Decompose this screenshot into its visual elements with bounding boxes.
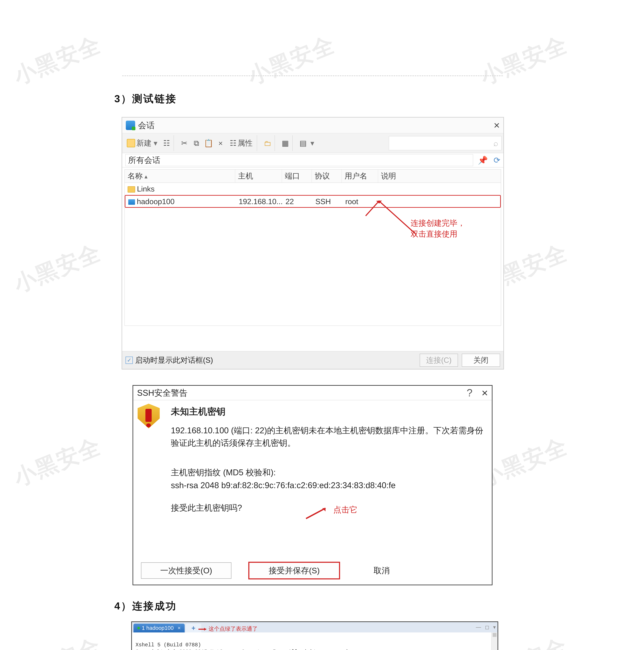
cut-button[interactable]: ✂ [179,135,190,151]
heading-connect-success: 4）连接成功 [114,599,177,613]
shield-warning-icon [138,404,161,430]
close-icon[interactable]: × [494,120,500,131]
heading-test-connection: 3）测试链接 [114,92,177,106]
window-footer: ✓ 启动时显示此对话框(S) 连接(C) 关闭 [122,351,503,369]
view-button-1[interactable]: ▦ [279,135,291,151]
col-host[interactable]: 主机 [235,170,282,183]
view-dropdown[interactable]: ▾ [309,135,315,151]
startup-checkbox-label: 启动时显示此对话框(S) [135,355,213,365]
ssh-warning-dialog: SSH安全警告 ? × 未知主机密钥 192.168.10.100 (端口: 2… [132,385,492,585]
window-controls: — ◻ ▾ [476,624,496,630]
accept-save-button[interactable]: 接受并保存(S) [248,562,340,579]
watermark: 小黑安全 [9,29,106,91]
folder-button[interactable]: 🗀 [262,135,273,151]
callout-text: 连接创建完毕，双击直接使用 [411,218,465,240]
col-protocol[interactable]: 协议 [312,170,342,183]
toolbar-search[interactable]: ⌕ [389,136,502,150]
annotation-arrow [305,506,330,520]
cancel-button[interactable]: 取消 [357,563,406,578]
cell-name: hadoop100 [125,197,236,206]
tab-bar: 1 hadoop100 × + 这个点绿了表示通了 — ◻ ▾ [132,622,498,633]
dialog-title: SSH安全警告 [137,387,188,399]
toolbar: 新建 ▾ ☷ ✂ ⧉ 📋 × ☷ 属性 🗀 ▦ ▤ ▾ ⌕ [122,133,503,153]
annotation-arrow [198,627,208,631]
warning-message: 192.168.10.100 (端口: 22)的主机密钥未在本地主机密钥数据库中… [171,424,484,449]
help-icon[interactable]: ? [467,387,472,399]
toolbar-separator [174,135,177,151]
tab-label: 1 hadoop100 [142,625,174,631]
watermark: 小黑安全 [476,29,572,91]
col-user[interactable]: 用户名 [342,170,378,183]
path-bar: 所有会话 📌 ⟳ [122,153,503,168]
dialog-titlebar: SSH安全警告 ? × [133,386,492,400]
startup-checkbox[interactable]: ✓ [125,357,133,364]
list-item-links[interactable]: Links [125,183,501,194]
term-line: Copyright (c) 2002-2015 NetSarang Comput… [136,649,351,650]
fingerprint-value: ssh-rsa 2048 b9:af:82:8c:9c:76:fa:c2:69:… [171,479,484,492]
column-headers: 名称 主机 端口 协议 用户名 说明 [125,170,501,183]
col-port[interactable]: 端口 [282,170,312,183]
new-button[interactable]: 新建 ▾ [124,135,160,151]
tab-green-note: 这个点绿了表示通了 [209,625,258,633]
properties-label: 属性 [237,138,253,148]
cell-name: Links [125,184,235,193]
cell-user: root [342,197,379,206]
minimize-icon[interactable]: — [476,624,481,630]
toolbar-separator [257,135,260,151]
properties-button[interactable]: ☷ 属性 [227,135,256,151]
toolbar-separator [292,135,296,151]
dialog-body: 未知主机密钥 192.168.10.100 (端口: 22)的主机密钥未在本地主… [133,400,492,517]
cell-port: 22 [282,197,312,206]
term-line: Xshell 5 (Build 0788) [136,642,201,648]
delete-button[interactable]: × [215,135,226,151]
fingerprint-block: 主机密钥指纹 (MD5 校验和): ssh-rsa 2048 b9:af:82:… [171,466,484,492]
paste-button[interactable]: 📋 [203,135,214,151]
page-break-line [122,75,503,76]
tab-hadoop100[interactable]: 1 hadoop100 × [134,624,185,633]
watermark: 小黑安全 [243,29,339,91]
maximize-icon[interactable]: ◻ [485,624,489,630]
terminal-window: 1 hadoop100 × + 这个点绿了表示通了 — ◻ ▾ Xshell 5… [131,621,498,650]
col-desc[interactable]: 说明 [378,170,501,183]
new-icon [127,139,135,147]
click-it-note: 点击它 [333,504,357,515]
warning-heading: 未知主机密钥 [171,405,484,418]
cell-host: 192.168.10... [236,197,282,206]
cell-protocol: SSH [312,197,342,206]
watermark: 小黑安全 [9,431,106,493]
new-label: 新建 [137,138,152,148]
toolbar-separator [274,135,278,151]
path-label: 所有会话 [128,155,160,166]
path-field[interactable]: 所有会话 [125,154,473,166]
watermark: 小黑安全 [9,631,106,650]
copy-button[interactable]: ⧉ [191,135,202,151]
scrollbar[interactable] [491,633,498,650]
accept-once-button[interactable]: 一次性接受(O) [141,563,231,579]
list-item-hadoop100[interactable]: hadoop100 192.168.10... 22 SSH root [125,195,501,208]
session-window: 会话 × 新建 ▾ ☷ ✂ ⧉ 📋 × ☷ 属性 🗀 ▦ ▤ ▾ ⌕ 所有会话 … [122,117,504,369]
expand-icon[interactable]: ▾ [493,624,496,630]
scroll-up-icon[interactable] [493,633,496,637]
view-button-2[interactable]: ▤ [297,135,309,151]
terminal-output[interactable]: Xshell 5 (Build 0788) Copyright (c) 2002… [132,633,498,650]
window-title: 会话 [138,120,155,131]
col-name[interactable]: 名称 [127,171,148,181]
generic-tool-button[interactable]: ☷ [161,135,172,151]
fingerprint-label: 主机密钥指纹 (MD5 校验和): [171,466,484,479]
session-list: 名称 主机 端口 协议 用户名 说明 Links hadoop100 192.1… [124,169,501,326]
close-button[interactable]: 关闭 [462,354,500,367]
status-dot-icon [137,627,140,629]
session-icon [126,121,135,130]
page-root: { "watermark_text": "小黑安全", "section3_he… [0,0,644,650]
refresh-icon[interactable]: ⟳ [494,155,500,165]
path-actions: 📌 ⟳ [478,155,500,165]
dialog-buttons: 一次性接受(O) 接受并保存(S) 取消 [133,562,492,579]
connect-button[interactable]: 连接(C) [420,354,458,367]
watermark: 小黑安全 [9,238,106,299]
titlebar: 会话 × [122,117,503,133]
tab-close-icon[interactable]: × [178,625,181,631]
pin-icon[interactable]: 📌 [478,155,488,165]
close-icon[interactable]: × [482,387,488,399]
